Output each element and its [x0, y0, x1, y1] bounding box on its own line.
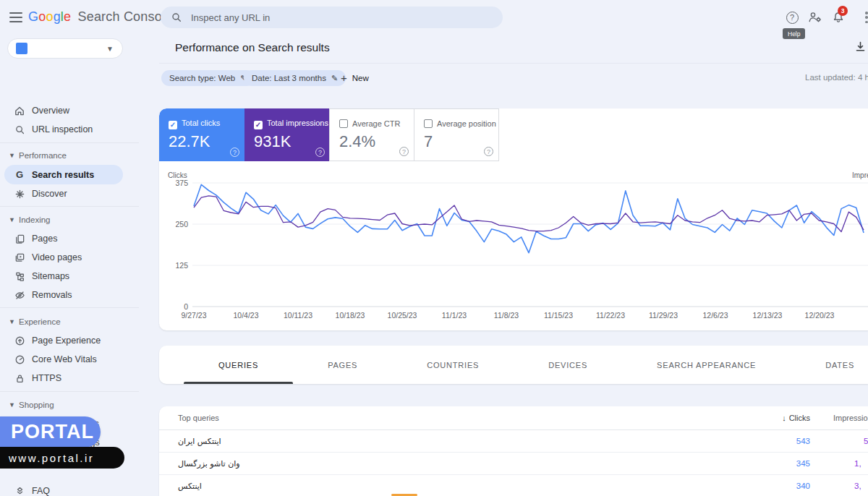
tab-search-appearance[interactable]: SEARCH APPEARANCE [622, 346, 791, 384]
plus-icon: + [341, 72, 347, 84]
property-favicon [16, 43, 27, 54]
sidebar: ▼ Overview URL inspection ▼ Performance … [0, 35, 159, 496]
tab-countries[interactable]: COUNTRIES [392, 346, 514, 384]
query-text[interactable]: وان تاشو بزرگسال [178, 459, 240, 469]
chevron-down-icon: ▼ [106, 45, 114, 53]
video-pages-icon [13, 251, 26, 264]
table-row[interactable]: وان تاشو بزرگسال 345 1, [159, 453, 868, 475]
impressions-column-header[interactable]: Impressions [833, 414, 868, 422]
x-tick: 12/6/23 [702, 311, 728, 320]
filter-search-type[interactable]: Search type: Web ✎ [161, 70, 255, 86]
sidebar-item-search-results[interactable]: G Search results [4, 165, 123, 184]
app-logo[interactable]: Google Search Console [28, 9, 172, 25]
gauge-icon [13, 353, 26, 366]
divider [0, 206, 139, 207]
x-tick: 10/11/23 [284, 311, 312, 320]
x-tick: 11/29/23 [649, 311, 678, 320]
line-chart [159, 108, 868, 330]
overflow-menu-icon[interactable] [865, 12, 868, 23]
arrow-up-circle-icon [13, 334, 26, 347]
divider [0, 307, 139, 308]
export-download-icon[interactable] [854, 40, 867, 56]
person-gear-icon [807, 10, 823, 25]
sort-descending-icon: ↓ [782, 414, 786, 422]
eye-off-icon [13, 288, 26, 302]
caret-down-icon: ▼ [9, 401, 15, 409]
sidebar-item-pages[interactable]: Pages [0, 229, 145, 248]
property-selector[interactable]: ▼ [7, 38, 123, 59]
notification-badge: 3 [838, 6, 848, 16]
impressions-value: 1, [854, 459, 861, 468]
tab-dates[interactable]: DATES [791, 346, 868, 384]
google-g-icon: G [13, 168, 26, 181]
user-settings-button[interactable] [807, 9, 823, 25]
x-tick: 10/25/23 [388, 311, 417, 320]
x-tick: 10/18/23 [336, 311, 365, 320]
query-text[interactable]: اینتکس ایران [178, 437, 221, 446]
caret-down-icon: ▼ [9, 318, 15, 325]
clicks-value: 345 [752, 459, 810, 468]
filter-date[interactable]: Date: Last 3 months ✎ [244, 70, 346, 86]
sidebar-item-faq[interactable]: FAQ [0, 482, 145, 496]
x-tick: 11/8/23 [494, 311, 519, 320]
tab-pages[interactable]: PAGES [293, 346, 392, 384]
search-placeholder: Inspect any URL in [191, 12, 270, 23]
x-tick: 12/13/23 [753, 311, 783, 320]
divider [0, 142, 139, 143]
sidebar-item-https[interactable]: HTTPS [0, 369, 145, 388]
x-tick: 11/22/23 [596, 311, 625, 320]
divider [159, 63, 868, 64]
sidebar-item-sitemaps[interactable]: Sitemaps [0, 267, 145, 286]
clicks-column-header[interactable]: ↓Clicks [752, 414, 810, 422]
tab-queries[interactable]: QUERIES [184, 346, 293, 384]
clicks-value: 340 [752, 482, 810, 490]
table-row[interactable]: اینتکس 340 3, [159, 475, 868, 496]
table-row[interactable]: اینتکس ایران 543 5, [159, 430, 868, 453]
edit-icon: ✎ [331, 74, 338, 83]
search-icon [13, 123, 26, 136]
x-tick: 11/1/23 [442, 311, 467, 320]
sidebar-item-core-web-vitals[interactable]: Core Web Vitals [0, 350, 145, 369]
search-icon [171, 12, 182, 23]
x-tick: 12/20/23 [805, 311, 835, 320]
performance-chart-card: ✓Total clicks 22.7K ? ✓Total impressions… [159, 108, 868, 330]
app-name: Search Console [77, 9, 172, 24]
impressions-value: 3, [854, 482, 861, 490]
lock-icon [13, 372, 26, 385]
x-tick: 11/15/23 [544, 311, 573, 320]
pages-icon [13, 232, 26, 245]
portal-url-watermark: www.portal.ir [0, 447, 124, 469]
help-button[interactable]: ? [784, 9, 800, 25]
new-filter-button[interactable]: + New [341, 72, 369, 84]
sparkle-icon [13, 187, 26, 200]
query-text[interactable]: اینتکس [178, 482, 202, 491]
sitemap-icon [13, 270, 26, 283]
layers-diamond-icon [13, 484, 26, 496]
notifications-button[interactable]: 3 [830, 9, 846, 25]
menu-icon[interactable] [9, 12, 22, 22]
google-search-console-app: Google Search Console Inspect any URL in… [0, 0, 868, 496]
divider [0, 391, 139, 392]
url-inspect-searchbar[interactable]: Inspect any URL in [161, 7, 503, 28]
sidebar-item-url-inspection[interactable]: URL inspection [0, 120, 145, 139]
impressions-value: 5, [864, 437, 868, 445]
portal-watermark: PORTAL [0, 416, 101, 448]
sidebar-item-overview[interactable]: Overview [0, 101, 145, 120]
sidebar-item-video-pages[interactable]: Video pages [0, 248, 145, 267]
top-bar: Google Search Console Inspect any URL in… [0, 0, 868, 35]
sidebar-item-discover[interactable]: Discover [0, 184, 145, 203]
help-tooltip: Help [783, 28, 805, 39]
caret-down-icon: ▼ [9, 152, 15, 159]
top-queries-header: Top queries [178, 414, 219, 422]
tab-devices[interactable]: DEVICES [514, 346, 622, 384]
google-wordmark: Google [28, 9, 71, 24]
sidebar-item-page-experience[interactable]: Page Experience [0, 331, 145, 350]
sidebar-item-removals[interactable]: Removals [0, 286, 145, 304]
table-header: Top queries ↓Clicks Impressions [159, 406, 868, 430]
help-icon: ? [786, 12, 799, 24]
dimension-tabs: QUERIES PAGES COUNTRIES DEVICES SEARCH A… [159, 346, 868, 384]
last-updated-text: Last updated: 4 hours ago [805, 73, 868, 82]
caret-down-icon: ▼ [9, 216, 15, 223]
home-icon [13, 104, 26, 117]
x-tick: 10/4/23 [233, 311, 258, 320]
